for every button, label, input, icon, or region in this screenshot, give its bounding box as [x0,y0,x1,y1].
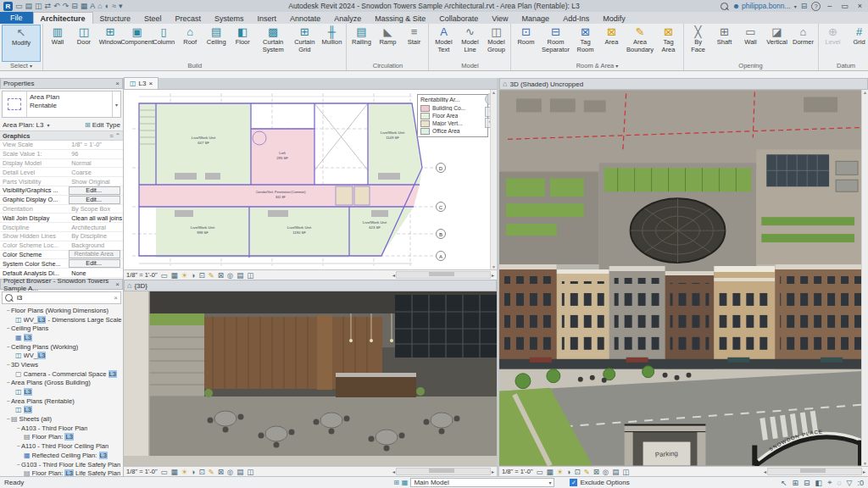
hide-crop-icon[interactable]: ⊠ [593,468,599,476]
annotation-crop-icon[interactable]: ✎ [209,271,214,280]
tab-precast[interactable]: Precast [169,13,209,24]
property-row[interactable]: Graphic Display O...Edit... [0,196,123,205]
sun-path-icon[interactable]: ☀ [181,271,188,280]
crop-view-icon[interactable]: ⊡ [574,468,580,476]
wall-button[interactable]: ▥Wall [45,25,70,62]
reveal-hidden-icon[interactable]: ▤ [236,468,243,476]
ramp-button[interactable]: ◣Ramp [375,25,400,62]
help-icon[interactable]: ? [811,2,821,11]
panel-label-room-area[interactable]: Room & Area [513,62,681,70]
annotation-crop-icon[interactable]: ✎ [209,468,214,476]
shadows-icon[interactable]: ◑ [191,468,195,476]
tree-item-gross-l3[interactable]: ◫L3 [0,387,123,396]
tree-item-area-plans-gross[interactable]: −Area Plans (Gross Building) [0,379,123,388]
scale-label[interactable]: 1/8" = 1'-0" [126,468,158,475]
snap-icon[interactable]: ⌖ [827,478,832,487]
shaft-button[interactable]: ⊞Shaft [712,25,737,62]
store-icon[interactable]: ⊟ [801,2,808,11]
vertical-opening-button[interactable]: ◪Vertical [765,25,790,62]
active-workset-select[interactable]: Main Model▾ [410,478,554,487]
tree-item-ceiling-plans[interactable]: −Ceiling Plans [0,324,123,333]
temporary-isolate-icon[interactable]: ◎ [227,271,233,280]
tab-systems[interactable]: Systems [208,13,251,24]
close-icon[interactable]: × [115,80,120,87]
right-horizontal-scrollbar[interactable]: ◂▸ [764,468,865,475]
shadows-icon[interactable]: ◑ [191,271,195,280]
tab-annotate[interactable]: Annotate [283,13,327,24]
tab-steel[interactable]: Steel [137,13,169,24]
qat-icon[interactable]: ↷ [63,2,70,11]
tab-massing-site[interactable]: Massing & Site [368,13,432,24]
room-separator-button[interactable]: ⊟Room Separator [539,25,571,62]
exclude-options-toggle[interactable]: Exclude Options [570,479,629,486]
sun-path-icon[interactable]: ☀ [557,468,564,476]
annotation-crop-icon[interactable]: ✎ [584,468,590,476]
wall-opening-button[interactable]: ▭Wall [738,25,764,62]
exterior-3d-view[interactable]: Parking SNOWDON PLACE ▲▼ [499,90,868,466]
property-row[interactable]: Wall Join DisplayClean all wall joins [0,214,123,223]
temporary-isolate-icon[interactable]: ◎ [603,468,609,476]
tree-item-sheets[interactable]: −▤Sheets (all) [0,414,123,424]
edit-type-button[interactable]: ⊞Edit Type [85,121,120,129]
level-button[interactable]: ⊕Level [821,25,846,62]
ceiling-button[interactable]: ▤Ceiling [203,25,229,62]
tab-analyze[interactable]: Analyze [327,13,368,24]
tree-item-a103-floor-plan[interactable]: ▤Floor Plan: L3 [0,433,123,442]
crop-view-icon[interactable]: ⊡ [198,271,204,280]
tab-collaborate[interactable]: Collaborate [432,13,485,24]
tab-addins[interactable]: Add-Ins [556,13,596,24]
tree-item-a103[interactable]: −A103 - Third Floor Plan [0,424,123,433]
tree-item-wv-l3[interactable]: ◫WV_L3 [0,351,123,360]
model-group-button[interactable]: ◫Model Group [483,25,509,62]
search-icon[interactable] [721,3,728,10]
room-button[interactable]: ⊡Room [513,25,538,62]
visual-style-icon[interactable]: ▭ [537,468,543,476]
area-boundary-button[interactable]: ✎Area Boundary [626,25,655,62]
property-row[interactable]: Default Analysis Di...None [0,269,123,278]
minimize-button[interactable]: – [825,2,834,10]
scale-label[interactable]: 1/8" = 1'-0" [502,468,533,475]
qat-icon[interactable]: ◐ [105,2,109,11]
grid-button[interactable]: #Grid [847,25,868,62]
sun-path-icon[interactable]: ☀ [181,468,188,476]
area-button[interactable]: ⊠Area [599,25,625,62]
checkbox-checked-icon[interactable] [570,479,577,486]
tab-view[interactable]: View [485,13,515,24]
interior-view-header[interactable]: {3D} [124,280,497,291]
column-button[interactable]: ▯Column [151,25,176,62]
property-row[interactable]: Color Scheme Loc...Background [0,241,123,251]
crop-view-icon[interactable]: ⊡ [198,468,204,476]
edit-button[interactable]: Edit... [69,259,120,268]
reveal-hidden-icon[interactable]: ▤ [236,271,243,280]
color-scheme-legend[interactable]: Rentability Ar... Building Co... Floor A… [417,94,488,137]
window-button[interactable]: ⊞Window [97,25,123,62]
select-arrow-icon[interactable]: ↖ [781,479,787,487]
modify-button[interactable]: ↖Modify [2,25,41,62]
tree-item-ceiling-plans-working[interactable]: −Ceiling Plans (Working) [0,342,123,352]
qat-icon[interactable]: ≈ [112,2,116,11]
property-row[interactable]: Color SchemeRentable Area [0,251,123,260]
close-icon[interactable]: × [115,280,120,288]
stair-button[interactable]: ≡Stair [401,25,426,62]
tree-item-a110-rcp[interactable]: ▦Reflected Ceiling Plan: L3 [0,451,123,460]
tree-item-ceiling-l3[interactable]: ▦L3 [0,333,123,342]
add-to-selection-icon[interactable]: ⊞ [793,479,799,487]
visual-style-icon[interactable]: ▭ [161,468,168,476]
account-menu[interactable]: ☻philippa.bonn... [732,2,797,10]
browser-search[interactable]: × [2,291,121,304]
tree-item-g103-life-safety[interactable]: ▤Floor Plan: L3 Life Safety Plan [0,469,123,476]
qat-icon[interactable]: ▤ [25,2,33,11]
property-row[interactable]: View Scale1/8" = 1'-0" [0,141,123,150]
right-vertical-scrollbar[interactable]: ▲▼ [861,90,868,466]
qat-icon[interactable]: ↶ [53,2,60,11]
shadows-icon[interactable]: ◑ [566,468,570,476]
qat-icon[interactable]: ▭ [15,2,23,11]
hide-crop-icon[interactable]: ⊠ [218,468,224,476]
search-input[interactable] [15,293,111,302]
qat-icon[interactable]: ⇄ [45,2,52,11]
panel-label-select[interactable]: Select [2,62,41,70]
section-graphics[interactable]: Graphics≈ ⌃ [0,130,123,141]
restore-button[interactable]: ▭ [838,2,851,10]
qat-icon[interactable]: ▦ [81,2,88,11]
detail-level-icon[interactable]: ▦ [547,468,554,476]
